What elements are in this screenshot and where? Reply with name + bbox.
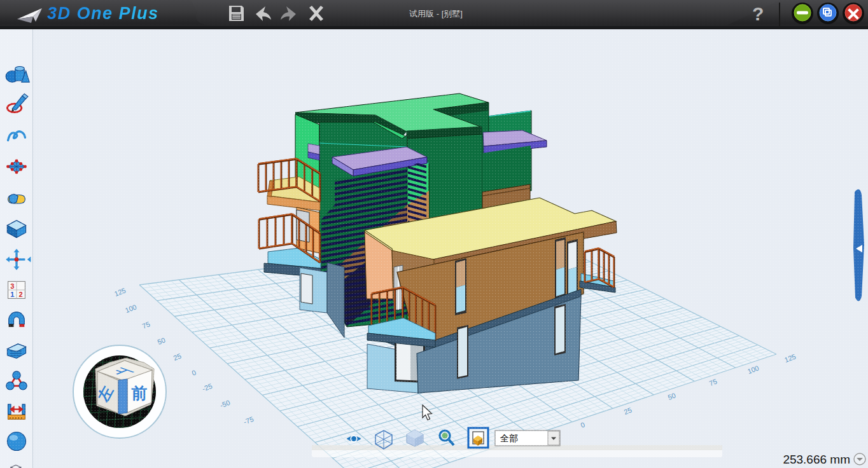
- svg-text:1: 1: [10, 291, 14, 298]
- svg-text:2: 2: [19, 291, 23, 298]
- svg-text:前: 前: [131, 384, 148, 402]
- svg-text:?: ?: [752, 3, 764, 24]
- svg-text:全部: 全部: [500, 433, 518, 443]
- svg-text:3: 3: [10, 282, 14, 290]
- svg-text:253.666 mm: 253.666 mm: [783, 453, 850, 466]
